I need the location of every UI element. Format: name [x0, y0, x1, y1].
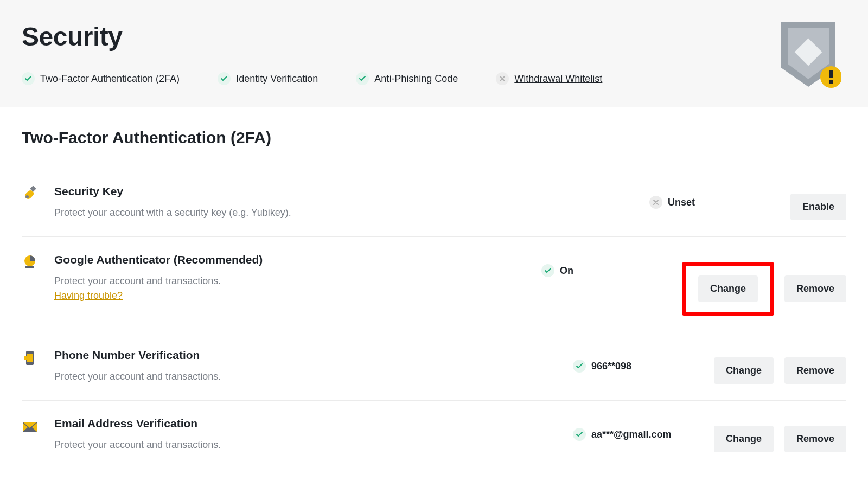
status-link[interactable]: Withdrawal Whitelist	[514, 73, 602, 85]
svg-point-6	[25, 195, 29, 198]
status-text: aa***@gmail.com	[591, 429, 672, 440]
row-status: Unset	[649, 185, 790, 209]
row-desc: Protect your account with a security key…	[54, 206, 649, 220]
status-label: Identity Verification	[236, 73, 318, 85]
status-text: Unset	[668, 197, 695, 208]
having-trouble-link[interactable]: Having trouble?	[54, 290, 123, 301]
check-icon	[573, 428, 586, 441]
remove-button[interactable]: Remove	[784, 357, 846, 384]
svg-rect-2	[829, 70, 833, 78]
row-phone-verification: Phone Number Verification Protect your a…	[22, 332, 846, 401]
enable-button[interactable]: Enable	[790, 194, 846, 220]
change-button[interactable]: Change	[714, 426, 774, 452]
row-email-verification: Email Address Verification Protect your …	[22, 401, 846, 469]
status-anti-phishing: Anti-Phishing Code	[356, 72, 458, 85]
remove-button[interactable]: Remove	[784, 275, 846, 302]
status-2fa: Two-Factor Authentication (2FA)	[22, 72, 180, 85]
row-status: aa***@gmail.com	[573, 417, 714, 441]
row-google-authenticator: Google Authenticator (Recommended) Prote…	[22, 237, 846, 332]
row-title: Email Address Verification	[54, 417, 573, 430]
svg-rect-11	[24, 356, 28, 360]
row-title: Google Authenticator (Recommended)	[54, 253, 541, 266]
security-shield-icon	[776, 16, 841, 89]
row-security-key: Security Key Protect your account with a…	[22, 169, 846, 237]
security-header: Security Two-Factor Authentication (2FA)…	[0, 0, 868, 107]
check-icon	[573, 360, 586, 373]
security-key-icon	[22, 185, 43, 202]
check-icon	[218, 72, 231, 85]
svg-rect-8	[25, 266, 34, 268]
row-desc: Protect your account and transactions. H…	[54, 274, 541, 303]
phone-icon	[22, 349, 43, 366]
status-label: Two-Factor Authentication (2FA)	[40, 73, 180, 85]
content-area: Two-Factor Authentication (2FA) Security…	[0, 107, 868, 500]
row-status: 966**098	[573, 349, 714, 373]
row-title: Phone Number Verification	[54, 349, 573, 362]
row-desc: Protect your account and transactions.	[54, 438, 573, 452]
status-row: Two-Factor Authentication (2FA) Identity…	[22, 72, 846, 85]
status-withdrawal-whitelist[interactable]: Withdrawal Whitelist	[496, 72, 602, 85]
x-icon	[649, 196, 662, 209]
row-status: On	[541, 253, 682, 277]
authenticator-icon	[22, 253, 43, 271]
row-title: Security Key	[54, 185, 649, 198]
status-text: 966**098	[591, 361, 631, 372]
remove-button[interactable]: Remove	[784, 426, 846, 452]
change-button[interactable]: Change	[714, 357, 774, 384]
highlight-box: Change	[682, 262, 774, 316]
check-icon	[356, 72, 369, 85]
page-title: Security	[22, 22, 846, 52]
status-identity: Identity Verification	[218, 72, 318, 85]
section-title-2fa: Two-Factor Authentication (2FA)	[22, 129, 846, 147]
email-icon	[22, 417, 43, 434]
status-label: Anti-Phishing Code	[374, 73, 458, 85]
check-icon	[22, 72, 35, 85]
change-button[interactable]: Change	[698, 275, 758, 302]
row-desc: Protect your account and transactions.	[54, 369, 573, 384]
status-text: On	[560, 265, 573, 277]
x-icon	[496, 72, 509, 85]
svg-rect-3	[829, 80, 833, 84]
check-icon	[541, 264, 554, 277]
